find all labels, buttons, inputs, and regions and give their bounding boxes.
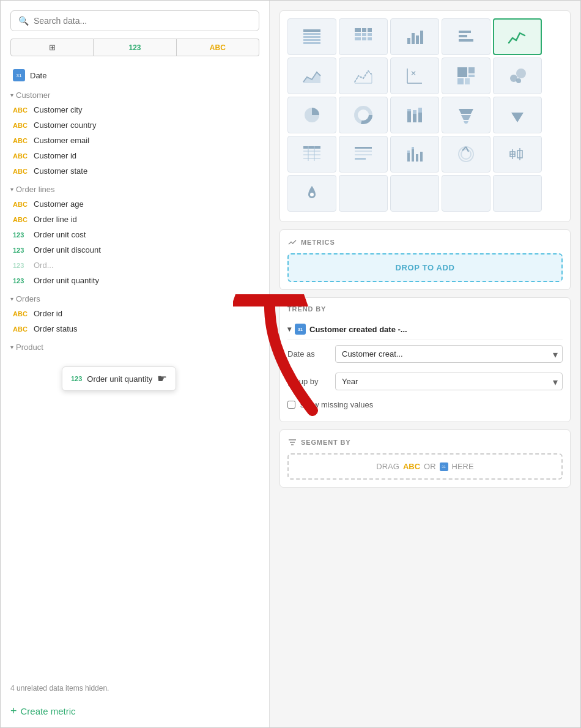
list-item[interactable]: ABC Customer state — [10, 163, 259, 179]
filter-number-btn[interactable]: 123 — [94, 39, 176, 56]
filter-text-btn[interactable]: ABC — [177, 39, 259, 56]
chart-pie[interactable] — [287, 97, 336, 133]
trend-by-title: TREND BY — [287, 305, 563, 313]
chart-map[interactable] — [287, 175, 336, 212]
list-item[interactable]: 123 Ord... — [10, 258, 259, 273]
svg-rect-6 — [355, 28, 361, 32]
svg-marker-45 — [461, 115, 471, 120]
svg-text:✕: ✕ — [410, 69, 416, 78]
date-as-row: Date as Customer creat... Date — [287, 340, 563, 368]
list-item[interactable]: 123 Order unit discount — [10, 242, 259, 258]
svg-rect-1 — [303, 29, 320, 32]
search-icon: 🔍 — [18, 16, 29, 26]
list-item[interactable]: ABC Customer country — [10, 117, 259, 133]
here-label: HERE — [452, 462, 474, 471]
chart-area[interactable] — [287, 58, 336, 94]
list-item[interactable]: ABC Order status — [10, 321, 259, 336]
svg-rect-49 — [303, 146, 320, 149]
svg-rect-58 — [355, 158, 366, 160]
create-metric-label: Create metric — [21, 706, 76, 716]
order-lines-group-header[interactable]: ▾ Order lines — [10, 185, 259, 194]
create-metric-button[interactable]: + Create metric — [1, 697, 269, 727]
list-item[interactable]: 123 Order unit quantity — [10, 273, 259, 288]
chart-horizontal-bar[interactable] — [442, 18, 490, 55]
chart-table2[interactable] — [287, 136, 336, 173]
date-as-select-wrapper: Customer creat... Date — [335, 345, 563, 363]
svg-point-34 — [516, 78, 521, 83]
chart-radial[interactable] — [442, 136, 490, 173]
chart-empty-4[interactable] — [493, 175, 542, 212]
type-abc-icon: ABC — [13, 216, 29, 223]
chart-pivot[interactable] — [339, 18, 388, 55]
chart-stacked-bar[interactable] — [390, 97, 439, 133]
orders-group-header[interactable]: ▾ Orders — [10, 294, 259, 303]
chart-bubble[interactable] — [493, 58, 542, 94]
search-input[interactable] — [34, 16, 251, 26]
chart-scatter[interactable]: ✕ — [390, 58, 439, 94]
search-box[interactable]: 🔍 — [10, 10, 259, 31]
chart-table[interactable] — [287, 18, 336, 55]
chart-list[interactable] — [339, 136, 388, 173]
customer-group-header[interactable]: ▾ Customer — [10, 91, 259, 100]
segment-drop-zone[interactable]: DRAG ABC OR 31 HERE — [287, 453, 563, 480]
svg-rect-4 — [303, 39, 320, 41]
chart-bar[interactable] — [390, 18, 439, 55]
chart-line[interactable] — [493, 18, 542, 55]
date-label: Date — [30, 71, 46, 80]
chart-treemap[interactable] — [442, 58, 490, 94]
chart-row-1 — [287, 18, 563, 55]
list-item[interactable]: ABC Order line id — [10, 212, 259, 227]
show-missing-checkbox[interactable] — [287, 401, 295, 409]
type-abc-icon: ABC — [13, 310, 29, 318]
svg-rect-19 — [459, 31, 471, 33]
filter-grid-btn[interactable]: ⊞ — [10, 39, 94, 56]
chart-waterfall[interactable] — [493, 97, 542, 133]
drag-tooltip: 123 Order unit quantity ☛ — [62, 366, 176, 391]
product-group-header[interactable]: ▾ Product — [10, 343, 259, 352]
trend-item[interactable]: ▾ 31 Customer created date -... — [287, 319, 563, 340]
svg-rect-59 — [407, 153, 410, 162]
date-as-select[interactable]: Customer creat... Date — [335, 345, 563, 363]
date-item[interactable]: 31 Date — [10, 66, 259, 84]
list-item[interactable]: ABC Customer id — [10, 148, 259, 163]
type-123-icon: 123 — [13, 277, 29, 284]
svg-rect-5 — [303, 42, 320, 44]
svg-rect-3 — [303, 36, 320, 38]
svg-rect-38 — [407, 111, 411, 122]
chart-empty-3[interactable] — [442, 175, 490, 212]
type-filters: ⊞ 123 ABC — [10, 39, 259, 56]
svg-rect-11 — [368, 33, 372, 36]
chart-column-chart[interactable] — [390, 136, 439, 173]
chart-funnel[interactable] — [442, 97, 490, 133]
svg-rect-60 — [407, 150, 410, 153]
svg-rect-30 — [457, 78, 464, 84]
list-item[interactable]: 123 Order unit cost — [10, 227, 259, 242]
order-lines-chevron: ▾ — [10, 186, 13, 193]
list-item[interactable]: ABC Customer age — [10, 196, 259, 212]
svg-rect-64 — [420, 152, 423, 162]
trend-chevron: ▾ — [287, 325, 291, 333]
segment-by-section: SEGMENT BY DRAG ABC OR 31 HERE — [279, 429, 571, 488]
chart-area-outline[interactable] — [339, 58, 388, 94]
type-123-icon: 123 — [13, 231, 29, 239]
svg-point-74 — [310, 193, 314, 196]
svg-rect-9 — [355, 33, 361, 36]
trend-value: Customer created date -... — [309, 325, 407, 334]
type-abc-icon: ABC — [13, 106, 29, 114]
list-item[interactable]: ABC Customer email — [10, 133, 259, 148]
show-missing-label: show missing values — [300, 400, 373, 409]
drop-to-add-zone[interactable]: DROP TO ADD — [287, 253, 563, 282]
svg-rect-2 — [303, 33, 320, 35]
chart-boxplot[interactable] — [493, 136, 542, 173]
svg-rect-7 — [362, 28, 366, 32]
list-item[interactable]: ABC Order id — [10, 306, 259, 321]
group-by-select[interactable]: Year Month Quarter Day — [335, 373, 563, 390]
svg-marker-23 — [355, 71, 372, 83]
chart-donut[interactable] — [339, 97, 388, 133]
svg-marker-48 — [511, 113, 524, 122]
chart-empty-1[interactable] — [339, 175, 388, 212]
list-item[interactable]: ABC Customer city — [10, 102, 259, 117]
svg-rect-15 — [407, 38, 410, 44]
chart-empty-2[interactable] — [390, 175, 439, 212]
svg-rect-16 — [412, 33, 415, 44]
